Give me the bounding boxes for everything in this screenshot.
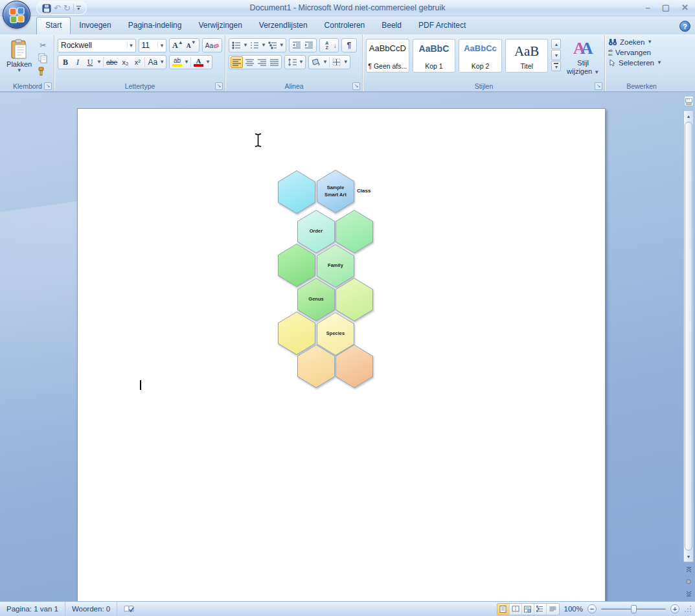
bullets-caret-icon[interactable]: ▼: [243, 43, 248, 48]
tab-beeld[interactable]: Beeld: [373, 17, 410, 34]
save-icon[interactable]: [42, 4, 51, 13]
borders-button[interactable]: [331, 56, 343, 68]
change-styles-button[interactable]: AA Stijl wijzigen ▼: [564, 39, 602, 81]
tab-verwijzingen[interactable]: Verwijzingen: [190, 17, 250, 34]
align-right-button[interactable]: [256, 56, 268, 68]
zoom-slider[interactable]: [601, 604, 666, 613]
find-button[interactable]: Zoeken ▼: [608, 38, 675, 46]
font-size-caret-icon[interactable]: ▼: [157, 43, 166, 49]
highlight-button[interactable]: ab: [171, 56, 183, 68]
redo-icon[interactable]: ↻: [63, 3, 71, 14]
customize-qat-icon[interactable]: ▼: [76, 6, 81, 11]
bullets-button[interactable]: [231, 40, 242, 51]
ruler-toggle-button[interactable]: [684, 96, 694, 106]
scroll-down-icon[interactable]: ▼: [684, 551, 693, 562]
hexagon-empty[interactable]: [297, 345, 335, 388]
font-name-combo[interactable]: Rockwell ▼: [58, 39, 136, 52]
underline-caret-icon[interactable]: ▼: [97, 60, 102, 65]
styles-scroll-up-icon[interactable]: ▲: [551, 39, 561, 49]
change-case-caret-icon[interactable]: ▼: [159, 60, 165, 65]
superscript-button[interactable]: x²: [131, 56, 143, 68]
show-marks-button[interactable]: ¶: [343, 40, 355, 51]
proofing-status[interactable]: [117, 602, 141, 616]
increase-indent-button[interactable]: [303, 40, 315, 51]
tab-pdf-architect[interactable]: PDF Architect: [410, 17, 474, 34]
scrollbar-thumb[interactable]: [685, 122, 692, 551]
strikethrough-button[interactable]: abe: [105, 56, 119, 68]
word-count[interactable]: Woorden: 0: [65, 602, 117, 616]
tab-controleren[interactable]: Controleren: [316, 17, 374, 34]
font-name-caret-icon[interactable]: ▼: [127, 43, 135, 49]
shading-button[interactable]: [310, 56, 322, 68]
cut-icon[interactable]: ✂: [36, 40, 49, 51]
style-card-kop1[interactable]: AaBbC Kop 1: [413, 39, 456, 73]
styles-dialog-launcher-icon[interactable]: ↘: [595, 82, 602, 90]
help-button[interactable]: ?: [679, 21, 690, 32]
align-center-button[interactable]: [244, 56, 255, 68]
select-browse-object-button[interactable]: [683, 576, 694, 588]
shrink-font-button[interactable]: A▼: [185, 40, 198, 51]
font-size-combo[interactable]: 11 ▼: [139, 39, 166, 52]
numbering-button[interactable]: [249, 40, 260, 51]
borders-caret-icon[interactable]: ▼: [343, 60, 348, 65]
font-dialog-launcher-icon[interactable]: ↘: [215, 82, 223, 90]
decrease-indent-button[interactable]: [291, 40, 302, 51]
select-button[interactable]: Selecteren ▼: [608, 59, 675, 67]
zoom-in-button[interactable]: +: [670, 604, 679, 613]
style-card-kop2[interactable]: AaBbCc Kop 2: [459, 39, 502, 73]
maximize-button[interactable]: ▢: [662, 1, 670, 15]
sort-button[interactable]: A Z: [321, 40, 333, 51]
bold-button[interactable]: B: [60, 56, 71, 68]
multilevel-caret-icon[interactable]: ▼: [279, 43, 284, 48]
web-layout-view-button[interactable]: [522, 604, 534, 615]
hexagon-empty[interactable]: [278, 170, 315, 214]
font-color-caret-icon[interactable]: ▼: [205, 60, 211, 65]
change-case-button[interactable]: Aa: [146, 56, 159, 68]
line-spacing-button[interactable]: [286, 56, 298, 68]
format-painter-icon[interactable]: [36, 66, 49, 76]
tab-start[interactable]: Start: [36, 17, 71, 34]
scroll-up-icon[interactable]: ▲: [684, 111, 693, 121]
zoom-slider-thumb[interactable]: [631, 605, 637, 613]
styles-gallery-more-icon[interactable]: ▼: [551, 61, 561, 71]
tab-pagina-indeling[interactable]: Pagina-indeling: [120, 17, 190, 34]
copy-icon[interactable]: [36, 53, 49, 63]
print-layout-view-button[interactable]: [497, 604, 510, 615]
tab-verzendlijsten[interactable]: Verzendlijsten: [251, 17, 316, 34]
paste-button[interactable]: Plakken ▼: [4, 36, 34, 81]
undo-icon[interactable]: ↶: [54, 3, 61, 14]
minimize-button[interactable]: –: [646, 1, 650, 15]
replace-button[interactable]: abac Vervangen: [608, 49, 675, 56]
style-card-geen-afstand[interactable]: AaBbCcD ¶ Geen afs...: [366, 39, 409, 73]
shading-caret-icon[interactable]: ▼: [323, 60, 328, 65]
multilevel-list-button[interactable]: [267, 40, 279, 51]
hexagon-empty[interactable]: [336, 345, 373, 388]
grow-font-button[interactable]: A▲: [171, 40, 185, 51]
tab-invoegen[interactable]: Invoegen: [71, 17, 119, 34]
highlight-caret-icon[interactable]: ▼: [184, 60, 189, 65]
font-color-button[interactable]: A: [192, 56, 205, 68]
outline-view-button[interactable]: [534, 604, 547, 615]
numbering-caret-icon[interactable]: ▼: [261, 43, 266, 48]
draft-view-button[interactable]: [547, 604, 559, 615]
hexagon-sample-smartart[interactable]: Sample Smart Art: [317, 170, 354, 213]
previous-page-button[interactable]: [683, 564, 694, 576]
subscript-button[interactable]: x₂: [119, 56, 131, 68]
fullscreen-reading-view-button[interactable]: [510, 604, 522, 615]
align-left-button[interactable]: [231, 56, 243, 68]
italic-button[interactable]: I: [72, 56, 84, 68]
zoom-level[interactable]: 100%: [564, 605, 583, 613]
close-button[interactable]: ✕: [681, 1, 689, 15]
clear-formatting-button[interactable]: Aa: [202, 38, 222, 52]
styles-scroll-down-icon[interactable]: ▼: [551, 50, 561, 60]
page-count[interactable]: Pagina: 1 van 1: [0, 602, 65, 616]
line-spacing-caret-icon[interactable]: ▼: [299, 60, 304, 65]
office-button[interactable]: [3, 1, 30, 29]
paragraph-dialog-launcher-icon[interactable]: ↘: [352, 82, 360, 90]
next-page-button[interactable]: [683, 587, 694, 600]
underline-button[interactable]: U: [84, 56, 96, 68]
resize-grip[interactable]: [684, 605, 692, 613]
style-card-titel[interactable]: AaB Titel: [505, 39, 549, 73]
clipboard-dialog-launcher-icon[interactable]: ↘: [44, 82, 52, 90]
justify-button[interactable]: [268, 56, 280, 68]
